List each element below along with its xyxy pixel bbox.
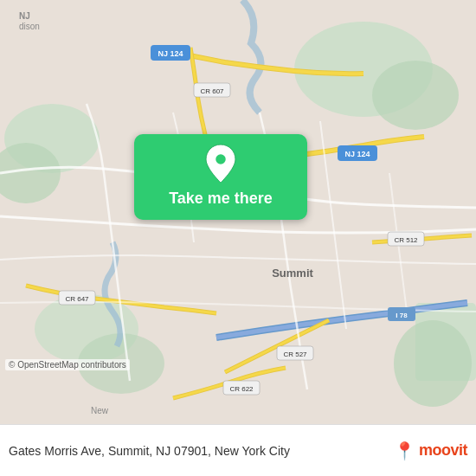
moovit-pin-icon: 📍 <box>394 441 415 461</box>
svg-text:NJ 124: NJ 124 <box>158 49 183 58</box>
address-text: Gates Morris Ave, Summit, NJ 07901, New … <box>9 444 394 458</box>
bottom-bar: Gates Morris Ave, Summit, NJ 07901, New … <box>0 424 476 476</box>
svg-text:CR 622: CR 622 <box>229 385 254 393</box>
svg-text:NJ: NJ <box>19 11 30 21</box>
svg-text:New: New <box>91 406 109 415</box>
map-container: NJ 124 NJ 124 CR 607 CR 647 CR 512 I 78 … <box>0 0 476 424</box>
location-pin-icon <box>203 143 238 184</box>
take-me-there-button[interactable]: Take me there <box>134 134 307 220</box>
svg-point-29 <box>215 153 227 165</box>
svg-point-2 <box>372 61 459 130</box>
svg-text:CR 607: CR 607 <box>200 87 224 95</box>
svg-text:dison: dison <box>19 22 40 31</box>
svg-text:CR 527: CR 527 <box>283 351 307 358</box>
moovit-logo: 📍 moovit <box>394 441 467 461</box>
svg-text:NJ 124: NJ 124 <box>344 150 370 158</box>
svg-text:CR 512: CR 512 <box>394 236 418 244</box>
svg-point-6 <box>394 320 472 407</box>
map-attribution: © OpenStreetMap contributors <box>5 359 130 370</box>
button-label: Take me there <box>169 190 273 208</box>
svg-text:Summit: Summit <box>272 267 313 280</box>
svg-text:CR 647: CR 647 <box>65 295 89 303</box>
svg-text:I 78: I 78 <box>396 312 408 319</box>
moovit-brand-name: moovit <box>419 441 467 460</box>
